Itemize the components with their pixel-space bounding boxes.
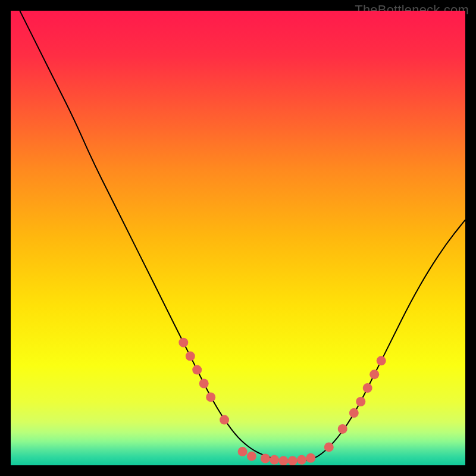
curve-marker bbox=[220, 415, 229, 425]
curve-marker bbox=[186, 352, 195, 361]
curve-marker bbox=[192, 365, 202, 375]
curve-marker bbox=[278, 456, 288, 465]
curve-marker bbox=[199, 379, 209, 389]
curve-marker bbox=[356, 397, 365, 406]
curve-marker bbox=[178, 338, 188, 347]
curve-marker bbox=[238, 447, 248, 456]
curve-marker bbox=[377, 356, 386, 365]
curve-marker bbox=[297, 455, 306, 465]
curve-marker bbox=[349, 408, 359, 418]
curve-marker bbox=[261, 454, 270, 464]
curve-marker bbox=[206, 392, 215, 402]
chart-svg bbox=[11, 11, 465, 465]
curve-marker bbox=[338, 424, 347, 434]
curve-marker bbox=[369, 369, 379, 379]
curve-marker bbox=[324, 442, 334, 452]
curve-marker bbox=[288, 456, 298, 465]
curve-marker bbox=[306, 453, 315, 463]
chart-stage: TheBottleneck.com bbox=[0, 0, 476, 476]
gradient-background bbox=[11, 11, 465, 465]
curve-marker bbox=[270, 455, 279, 465]
curve-marker bbox=[363, 383, 372, 393]
curve-marker bbox=[247, 452, 256, 461]
plot-area bbox=[11, 11, 465, 465]
